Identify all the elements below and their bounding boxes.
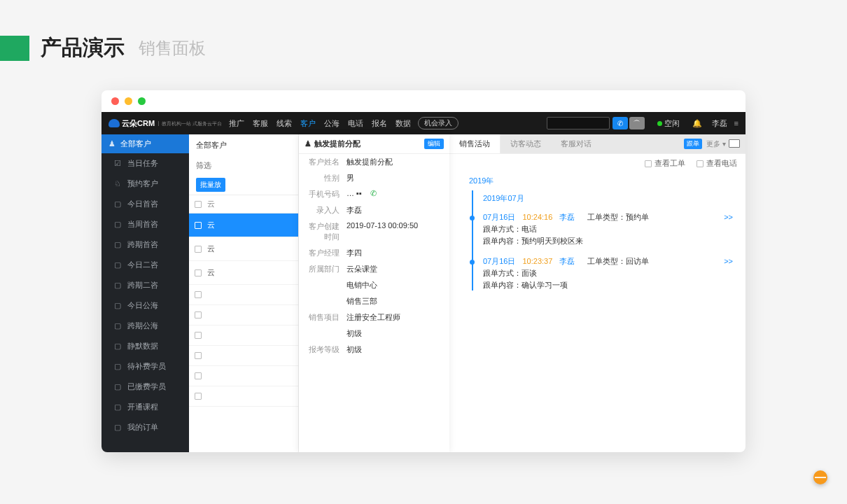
follow-badge[interactable]: 跟单 — [684, 139, 702, 149]
entry-content: 跟单内容：确认学习一项 — [483, 279, 733, 290]
row-checkbox[interactable] — [195, 372, 202, 379]
field-label: 客户创建时间 — [304, 221, 346, 242]
phone-icon: ✆ — [617, 120, 623, 127]
status-text[interactable]: 空闲 — [664, 118, 680, 129]
sidebar-item-paid[interactable]: ▢已缴费学员 — [102, 377, 189, 397]
nav-customers[interactable]: 客户 — [300, 118, 316, 129]
check-icon: ☑ — [114, 159, 122, 168]
menu-icon[interactable]: ≡ — [734, 119, 738, 127]
sidebar-item-silent[interactable]: ▢静默数据 — [102, 336, 189, 356]
tab-service-chat[interactable]: 客服对话 — [551, 134, 601, 153]
nav-service[interactable]: 客服 — [253, 118, 268, 129]
activity-tabs: 销售活动 访客动态 客服对话 跟单 更多 ▾ — [449, 134, 746, 154]
sidebar-item-cross-pool[interactable]: ▢跨期公海 — [102, 316, 189, 336]
entry-method: 跟单方式：电话 — [483, 223, 733, 234]
sidebar-item-week-first[interactable]: ▢当周首咨 — [102, 214, 189, 234]
sidebar-item-appointments[interactable]: ♘预约客户 — [102, 174, 189, 194]
table-row[interactable] — [189, 366, 298, 386]
field-label: 手机号码 — [304, 189, 346, 200]
nav-data[interactable]: 数据 — [396, 118, 411, 129]
field-label: 录入人 — [304, 205, 346, 216]
tab-visitor[interactable]: 访客动态 — [500, 134, 551, 153]
sidebar-item-today-pool[interactable]: ▢今日公海 — [102, 295, 189, 316]
app-window: 云朵CRM 教育机构一站 式服务云平台 推广 客服 线索 客户 公海 电话 报名… — [102, 90, 746, 452]
field-label: 销售项目 — [304, 312, 346, 323]
entry-expand[interactable]: >> — [724, 257, 733, 265]
phone-icon[interactable]: ✆ — [370, 189, 377, 197]
timeline-entry[interactable]: 07月16日 10:23:37 李磊 工单类型：回访单 >> 跟单方式：面谈 跟… — [483, 256, 733, 290]
hangup-button[interactable]: ⏜ — [629, 117, 645, 130]
filter-view-ticket[interactable]: 查看工单 — [645, 158, 685, 169]
row-checkbox[interactable] — [195, 222, 202, 229]
col-name: 云 — [207, 199, 215, 209]
sidebar-item-today-second[interactable]: ▢今日二咨 — [102, 255, 189, 275]
sidebar-item-pending-fee[interactable]: ▢待补费学员 — [102, 356, 189, 377]
accent-bar — [0, 36, 29, 61]
doc-icon: ▢ — [114, 240, 122, 249]
sidebar: ♟ 全部客户 ☑当日任务 ♘预约客户 ▢今日首咨 ▢当周首咨 ▢跨期首咨 ▢今日… — [102, 134, 189, 452]
field-value: 云朵课堂 — [346, 264, 444, 274]
sidebar-header[interactable]: ♟ 全部客户 — [102, 134, 189, 153]
bulk-release-button[interactable]: 批量放 — [196, 178, 225, 192]
user-name[interactable]: 李磊 — [712, 118, 727, 129]
table-row[interactable] — [189, 346, 298, 366]
row-checkbox[interactable] — [195, 312, 202, 318]
bell-icon[interactable]: 🔔 — [692, 119, 702, 128]
timeline-month: 2019年07月 — [483, 190, 733, 209]
fab-button[interactable]: — — [813, 470, 827, 484]
brand-text: 云朵CRM — [122, 118, 155, 129]
filter-label[interactable]: 筛选 — [189, 156, 298, 175]
sidebar-item-courses[interactable]: ▢开通课程 — [102, 397, 189, 417]
field-value: 男 — [346, 173, 444, 183]
sidebar-item-orders[interactable]: ▢我的订单 — [102, 417, 189, 438]
nav-leads[interactable]: 线索 — [276, 118, 292, 129]
detail-title: 触发提前分配 — [314, 139, 360, 149]
sidebar-item-today-task[interactable]: ☑当日任务 — [102, 153, 189, 174]
more-dropdown[interactable]: 更多 ▾ — [706, 139, 726, 149]
window-icon[interactable] — [730, 141, 740, 148]
filter-view-call[interactable]: 查看电话 — [696, 158, 737, 169]
edit-button[interactable]: 编辑 — [424, 139, 444, 149]
nav-phone[interactable]: 电话 — [348, 118, 363, 129]
nav-signup[interactable]: 报名 — [372, 118, 387, 129]
table-row[interactable] — [189, 386, 298, 407]
sidebar-item-cross-first[interactable]: ▢跨期首咨 — [102, 234, 189, 255]
sidebar-item-cross-second[interactable]: ▢跨期二咨 — [102, 275, 189, 295]
entry-expand[interactable]: >> — [724, 213, 733, 221]
doc-icon: ▢ — [114, 423, 122, 432]
user-icon: ♘ — [114, 179, 122, 188]
opportunity-button[interactable]: 机会录入 — [418, 117, 458, 130]
table-row[interactable]: 云 — [189, 261, 298, 285]
customer-list: 全部客户 筛选 批量放 云 云 云 云 — [189, 134, 299, 452]
timeline-entry[interactable]: 07月16日 10:24:16 李磊 工单类型：预约单 >> 跟单方式：电话 跟… — [483, 212, 733, 246]
tab-sales-activity[interactable]: 销售活动 — [449, 134, 500, 153]
table-row[interactable]: 云 — [189, 214, 298, 237]
doc-icon: ▢ — [114, 200, 122, 209]
row-checkbox[interactable] — [195, 332, 202, 339]
list-title: 全部客户 — [189, 134, 298, 156]
timeline: 2019年 2019年07月 07月16日 10:24:16 李磊 工单类型：预… — [449, 173, 746, 452]
page-subtitle: 销售面板 — [139, 37, 206, 59]
field-value: 2019-07-13 00:09:50 — [346, 221, 444, 242]
row-checkbox[interactable] — [195, 291, 202, 298]
nav-promo[interactable]: 推广 — [229, 118, 244, 129]
dial-input[interactable] — [547, 117, 610, 130]
field-label: 性别 — [304, 173, 346, 183]
row-checkbox[interactable] — [195, 352, 202, 359]
table-row[interactable]: 云 — [189, 237, 298, 261]
cloud-icon — [108, 119, 120, 127]
nav-pool[interactable]: 公海 — [324, 118, 340, 129]
close-dot[interactable] — [111, 97, 119, 105]
select-all-checkbox[interactable] — [195, 201, 202, 208]
sidebar-item-today-first[interactable]: ▢今日首咨 — [102, 194, 189, 214]
row-checkbox[interactable] — [195, 246, 202, 253]
table-row[interactable] — [189, 285, 298, 305]
maximize-dot[interactable] — [138, 97, 146, 105]
table-row[interactable] — [189, 305, 298, 326]
row-checkbox[interactable] — [195, 393, 202, 400]
minimize-dot[interactable] — [125, 97, 132, 105]
table-row[interactable] — [189, 326, 298, 346]
field-value: 注册安全工程师 — [346, 312, 444, 323]
call-button[interactable]: ✆ — [612, 117, 628, 130]
row-checkbox[interactable] — [195, 270, 202, 276]
